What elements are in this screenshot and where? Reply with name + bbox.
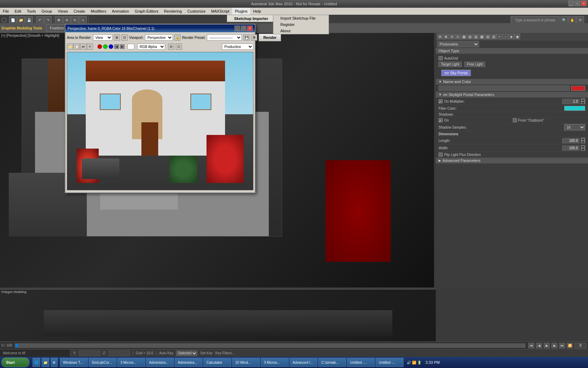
key-mode-select[interactable]: Selected [176,350,197,356]
redo-button[interactable]: ↷ [44,16,52,24]
menu-rendering[interactable]: Rendering [161,8,185,15]
render-dialog-close[interactable]: ✕ [247,26,253,31]
multiplier-spinner[interactable]: ▲ ▼ [581,98,585,104]
menu-edit[interactable]: Edit [12,8,24,15]
autogrid-checkbox[interactable] [439,56,443,60]
panel-tool-7[interactable]: ▨ [473,34,478,39]
orbit-button[interactable]: ⟳ [576,16,584,24]
goto-end-button[interactable]: ⏭ [559,343,565,348]
menu-modifiers[interactable]: Modifiers [88,8,109,15]
channel-toggle-2-icon[interactable]: ▶ [120,44,125,49]
target-light-button[interactable]: Target Light [439,62,462,67]
render-dialog-maximize[interactable]: □ [241,26,246,31]
length-down-button[interactable]: ▼ [581,141,585,143]
goto-start-button[interactable]: ⏮ [528,343,534,348]
maximize-button[interactable]: □ [575,1,580,6]
panel-tool-5[interactable]: ▦ [461,34,467,39]
viewport-lock-btn[interactable]: 🔒 [174,34,181,41]
skylight-portal-header[interactable]: ▼ mr Skylight Portal Parameters [436,92,588,98]
taskbar-simlab[interactable]: SimLabCor... [89,358,117,367]
on-checkbox[interactable] [439,99,443,103]
red-channel-icon[interactable] [97,44,102,49]
render-area-btn-2[interactable]: ⊡ [121,34,128,41]
bottom-viewport[interactable]: Polygon Modeling [0,289,436,341]
menu-file[interactable]: File [0,8,12,15]
menu-animation[interactable]: Animation [109,8,132,15]
flip-light-checkbox[interactable] [439,152,443,157]
color-swatch[interactable] [571,86,585,91]
taskbar-untitled-2[interactable]: Untitled -... [376,358,404,367]
panel-tool-8[interactable]: ▩ [479,34,484,39]
taskbar-untitled-1[interactable]: Untitled -... [347,358,375,367]
taskbar-10-windows[interactable]: 10 Wind... [232,358,260,367]
move-button[interactable]: ✛ [63,16,71,24]
timeline-thumb[interactable] [15,344,18,347]
freeform-button[interactable]: Freeform [46,24,67,32]
panel-tool-13[interactable]: ◈ [509,34,514,39]
taskbar-calculator[interactable]: Calculator [203,358,231,367]
viewport-select[interactable]: Perspective [145,34,173,41]
preset-btn-1[interactable]: 💾 [243,34,250,41]
minimize-button[interactable]: _ [568,1,574,6]
copy-icon[interactable]: 📋 [74,43,80,50]
color-mode-select[interactable]: RGB Alpha [137,43,165,50]
production-select[interactable]: Production [222,43,253,50]
undo-button[interactable]: ↶ [36,16,44,24]
taskbar-micros-1[interactable]: 3 Micros... [117,358,145,367]
channel-settings-icon[interactable]: ⊡ [176,43,182,50]
taskbar-icon-1[interactable]: 🌐 [33,358,40,367]
menu-maxscript[interactable]: MAXScript [208,8,232,15]
panel-tool-1[interactable]: ⊞ [437,34,443,39]
delete-icon[interactable]: ✕ [87,43,93,50]
blue-channel-icon[interactable] [108,44,113,49]
menu-tools[interactable]: Tools [24,8,39,15]
panel-tool-9[interactable]: ▤ [485,34,490,39]
open-file-button[interactable]: 📁 [17,16,25,24]
panel-tool-11[interactable]: ▪ [497,34,502,39]
menu-help[interactable]: Help [250,8,264,15]
panel-tool-2[interactable]: ⊠ [443,34,449,39]
menu-graph-editors[interactable]: Graph Editors [132,8,161,15]
advanced-params-header[interactable]: ▶ Advanced Parameters [436,158,588,164]
z-coord-input[interactable] [109,350,130,356]
start-button[interactable]: Start [1,357,29,367]
menu-plugins[interactable]: Plugins [232,8,250,15]
new-file-button[interactable]: 📄 [9,16,17,24]
menu-create[interactable]: Create [71,8,88,15]
length-up-button[interactable]: ▲ [581,138,585,141]
white-swatch[interactable] [127,44,134,49]
rotate-button[interactable]: ↻ [71,16,79,24]
menu-group[interactable]: Group [38,8,55,15]
loop-button[interactable]: 🔁 [567,343,573,348]
import-sketchup-file-item[interactable]: Import Sketchup File [273,15,329,21]
play-button[interactable]: ▶ [544,343,550,348]
width-down-button[interactable]: ▼ [581,148,585,151]
preset-btn-2[interactable]: ⚙ [251,34,257,41]
close-button[interactable]: ✕ [581,1,587,6]
taskbar-advanced[interactable]: Advanced I... [289,358,317,367]
name-input[interactable] [439,86,570,91]
shadows-from-checkbox[interactable] [513,118,517,122]
mr-sky-portal-button[interactable]: mr Sky Portal [441,70,471,76]
panel-tool-12[interactable]: ▫ [503,34,508,39]
display-channels-icon[interactable]: ⊞ [168,43,174,50]
render-area-btn-1[interactable]: ⊞ [114,34,120,41]
object-type-header[interactable]: Object Type [436,48,588,54]
taskbar-simlab-path[interactable]: C:\simiab... [318,358,346,367]
about-item[interactable]: About [273,28,329,34]
render-dialog-minimize[interactable]: _ [234,26,240,31]
panel-tool-4[interactable]: ⊡ [455,34,461,39]
taskbar-windows-t[interactable]: Windows T... [60,358,88,367]
menu-customize[interactable]: Customize [184,8,208,15]
length-spinner[interactable]: ▲ ▼ [581,138,585,143]
photometric-select[interactable]: Photometric [437,41,479,47]
name-and-color-header[interactable]: ▼ Name and Color [436,79,588,85]
free-light-button[interactable]: Free Light [464,62,485,67]
taskbar-icon-2[interactable]: 📁 [42,358,49,367]
render-preset-select[interactable]: -------------------- [207,34,242,41]
render-main-button[interactable]: Render [259,34,281,41]
multiplier-up-button[interactable]: ▲ [581,98,585,101]
area-to-render-select[interactable]: View [93,34,112,41]
panel-tool-10[interactable]: ▥ [491,34,496,39]
y-coord-input[interactable] [79,350,100,356]
